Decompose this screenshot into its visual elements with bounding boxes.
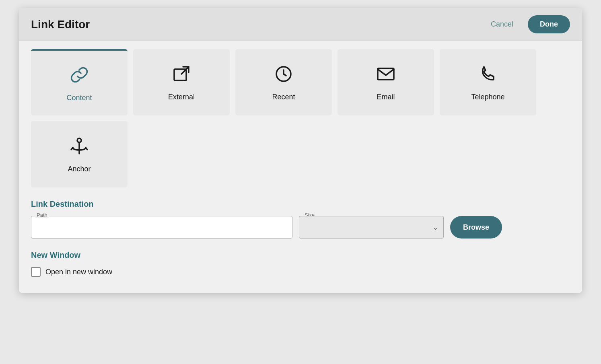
svg-rect-2	[378, 68, 394, 80]
new-window-section: New Window Open in new window	[31, 251, 570, 277]
size-select-container: Small Medium Large ⌄	[299, 216, 444, 239]
link-type-email-label: Email	[377, 93, 395, 101]
path-label: Path	[35, 212, 49, 218]
link-type-telephone[interactable]: Telephone	[440, 49, 536, 115]
link-type-content-label: Content	[66, 94, 92, 102]
open-new-window-checkbox[interactable]	[31, 267, 41, 277]
link-type-anchor[interactable]: Anchor	[31, 121, 128, 187]
link-type-anchor-label: Anchor	[68, 165, 91, 173]
destination-title: Link Destination	[31, 199, 570, 209]
header-actions: Cancel Done	[484, 15, 570, 33]
dialog-header: Link Editor Cancel Done	[19, 8, 582, 41]
chevron-down-icon: ⌄	[432, 223, 438, 232]
path-input-container	[31, 216, 292, 239]
recent-icon	[273, 64, 294, 89]
link-type-external-label: External	[168, 93, 195, 101]
link-type-recent-label: Recent	[272, 93, 295, 101]
path-input[interactable]	[36, 224, 287, 231]
link-type-content[interactable]: Content	[31, 49, 128, 115]
form-section: Link Destination Path Size Small	[31, 199, 570, 277]
cancel-button[interactable]: Cancel	[484, 17, 520, 32]
path-row: Path Size Small Medium Large	[31, 216, 570, 239]
link-type-recent[interactable]: Recent	[235, 49, 332, 115]
anchor-icon	[69, 136, 90, 161]
email-icon	[375, 64, 396, 89]
new-window-title: New Window	[31, 251, 570, 260]
link-icon	[69, 64, 90, 90]
dialog-title: Link Editor	[31, 18, 90, 31]
link-type-telephone-label: Telephone	[471, 93, 504, 101]
dialog-content: Content External	[19, 41, 582, 293]
path-field-wrapper: Path	[31, 216, 292, 239]
browse-button[interactable]: Browse	[450, 216, 502, 239]
link-type-grid: Content External	[31, 49, 570, 187]
new-window-row: Open in new window	[31, 267, 570, 277]
size-field-wrapper: Size Small Medium Large ⌄	[299, 216, 444, 239]
link-type-external[interactable]: External	[133, 49, 230, 115]
open-new-window-label: Open in new window	[45, 268, 112, 276]
telephone-icon	[478, 64, 498, 89]
external-icon	[171, 64, 192, 89]
link-type-email[interactable]: Email	[338, 49, 434, 115]
size-select[interactable]: Small Medium Large	[304, 224, 432, 231]
done-button[interactable]: Done	[528, 15, 570, 33]
